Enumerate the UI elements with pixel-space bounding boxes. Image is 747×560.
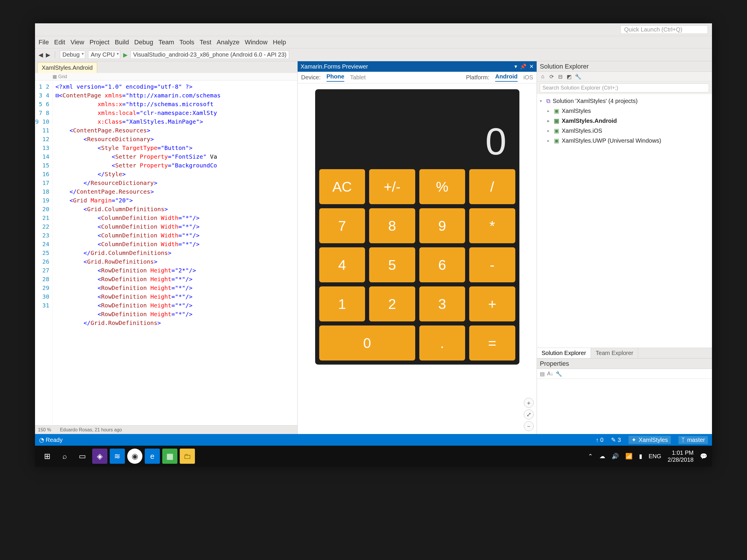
calc-button-8[interactable]: 8: [369, 208, 415, 243]
menu-view[interactable]: View: [70, 38, 84, 46]
props-wrench-icon[interactable]: 🔧: [556, 371, 562, 377]
code-area[interactable]: <?xml version="1.0" encoding="utf-8" ?>⊟…: [53, 80, 297, 425]
device-option-tablet[interactable]: Tablet: [350, 74, 366, 81]
quick-launch-input[interactable]: Quick Launch (Ctrl+Q): [620, 25, 708, 34]
refresh-icon[interactable]: ⟳: [548, 74, 555, 80]
calc-button-AC[interactable]: AC: [319, 169, 365, 204]
menu-team[interactable]: Team: [158, 38, 174, 46]
menu-project[interactable]: Project: [89, 38, 109, 46]
calc-button-op[interactable]: %: [419, 169, 465, 204]
calc-button-7[interactable]: 7: [319, 208, 365, 243]
solution-node[interactable]: ▸XamlStyles.UWP (Universal Windows): [540, 136, 709, 145]
menu-edit[interactable]: Edit: [54, 38, 65, 46]
repo-name[interactable]: ✦ XamlStyles: [628, 436, 671, 444]
menu-help[interactable]: Help: [273, 38, 286, 46]
document-tab[interactable]: XamlStyles.Android: [37, 62, 97, 73]
solution-explorer-header: Solution Explorer: [537, 61, 712, 72]
calc-button-5[interactable]: 5: [369, 247, 415, 282]
menu-build[interactable]: Build: [115, 38, 129, 46]
menu-analyze[interactable]: Analyze: [216, 38, 239, 46]
action-center-icon[interactable]: 💬: [700, 453, 707, 460]
calc-button-9[interactable]: 9: [419, 208, 465, 243]
solution-node-label: XamlStyles: [562, 106, 591, 116]
vs-code-icon[interactable]: ≋: [110, 449, 125, 464]
menu-debug[interactable]: Debug: [134, 38, 153, 46]
show-all-icon[interactable]: ◩: [566, 74, 572, 80]
home-icon[interactable]: ⌂: [540, 74, 546, 80]
tray-lang[interactable]: ENG: [649, 453, 661, 460]
tray-onedrive-icon[interactable]: ☁: [599, 453, 605, 460]
tree-expander-icon[interactable]: ▸: [547, 126, 551, 136]
platform-option-android[interactable]: Android: [495, 73, 518, 82]
calc-button-2[interactable]: 2: [369, 287, 415, 321]
calc-button-op[interactable]: /: [469, 169, 515, 204]
calc-button-opopop[interactable]: +/-: [369, 169, 415, 204]
calc-button-4[interactable]: 4: [319, 247, 365, 282]
calc-button-op[interactable]: =: [469, 325, 515, 361]
tree-expander-icon[interactable]: ▸: [547, 136, 551, 145]
calc-button-op[interactable]: +: [469, 287, 515, 321]
pending-uploads[interactable]: ↑ 0: [596, 437, 603, 443]
edge-icon[interactable]: e: [145, 449, 160, 464]
task-view-icon[interactable]: ▭: [75, 449, 90, 464]
chrome-icon[interactable]: ◉: [127, 449, 143, 464]
calc-button-op[interactable]: .: [419, 325, 465, 361]
collapse-icon[interactable]: ⊟: [557, 74, 563, 80]
previewer-pin-icon[interactable]: 📌: [520, 63, 526, 70]
tray-network-icon[interactable]: 📶: [625, 453, 633, 460]
props-alpha-icon[interactable]: A↓: [547, 371, 553, 377]
calc-button-6[interactable]: 6: [419, 247, 465, 282]
solution-node[interactable]: ▸XamlStyles.iOS: [540, 126, 709, 136]
branch-name[interactable]: ᛉ master: [678, 436, 708, 444]
start-button-icon[interactable]: ⊞: [40, 449, 55, 464]
tab-solution-explorer[interactable]: Solution Explorer: [537, 348, 591, 358]
pending-edits[interactable]: ✎ 3: [611, 436, 621, 443]
previewer-close-icon[interactable]: ✕: [529, 63, 534, 70]
tree-expander-icon[interactable]: ▾: [540, 96, 544, 106]
visual-studio-icon[interactable]: ◈: [92, 449, 107, 464]
calc-button-3[interactable]: 3: [419, 287, 465, 321]
properties-icon[interactable]: 🔧: [575, 74, 581, 80]
calc-button-op[interactable]: *: [469, 208, 515, 243]
nav-fwd-icon[interactable]: ▶: [46, 51, 50, 58]
tab-team-explorer[interactable]: Team Explorer: [591, 348, 638, 358]
zoom-out-icon[interactable]: －: [524, 421, 534, 431]
device-option-phone[interactable]: Phone: [327, 73, 344, 82]
menu-file[interactable]: File: [38, 38, 49, 46]
taskbar-clock[interactable]: 1:01 PM 2/28/2018: [668, 449, 694, 463]
calc-button-0[interactable]: 0: [319, 325, 415, 361]
solution-tree: ▾Solution 'XamlStyles' (4 projects)▸Xaml…: [537, 94, 712, 348]
menu-window[interactable]: Window: [245, 38, 267, 46]
app-icon[interactable]: ▦: [162, 449, 177, 464]
nav-back-icon[interactable]: ◀: [38, 51, 43, 58]
config-combo[interactable]: Debug: [60, 50, 85, 59]
menubar: FileEditViewProjectBuildDebugTeamToolsTe…: [35, 36, 712, 48]
tree-expander-icon[interactable]: ▸: [547, 116, 551, 126]
platform-combo[interactable]: Any CPU: [88, 50, 120, 59]
vs-status-bar: ◔ Ready ↑ 0 ✎ 3 ✦ XamlStyles ᛉ master: [35, 434, 712, 446]
tray-battery-icon[interactable]: ▮: [639, 453, 642, 460]
zoom-in-icon[interactable]: ＋: [524, 398, 534, 408]
zoom-fit-icon[interactable]: ⤢: [524, 409, 534, 420]
previewer-dropdown-icon[interactable]: ▾: [514, 63, 517, 70]
menu-tools[interactable]: Tools: [179, 38, 194, 46]
editor-zoom[interactable]: 150 %: [38, 427, 51, 432]
debug-target[interactable]: VisualStudio_android-23_x86_phone (Andro…: [130, 50, 289, 59]
run-button-icon[interactable]: ▶: [123, 51, 128, 58]
props-categorized-icon[interactable]: ▤: [540, 371, 545, 377]
solution-node[interactable]: ▸XamlStyles.Android: [540, 116, 709, 126]
search-icon[interactable]: ⌕: [57, 449, 72, 464]
tray-chevron-icon[interactable]: ⌃: [588, 453, 593, 460]
solution-node[interactable]: ▸XamlStyles: [540, 106, 709, 116]
tree-expander-icon[interactable]: ▸: [547, 106, 551, 116]
calc-button-1[interactable]: 1: [319, 287, 365, 321]
tray-volume-icon[interactable]: 🔊: [612, 453, 619, 460]
platform-option-ios[interactable]: iOS: [523, 74, 533, 81]
previewer-title: Xamarin.Forms Previewer: [301, 63, 368, 70]
calc-button-op[interactable]: -: [469, 247, 515, 282]
solution-search-input[interactable]: Search Solution Explorer (Ctrl+;): [540, 83, 709, 92]
menu-test[interactable]: Test: [200, 38, 211, 46]
file-explorer-icon[interactable]: 🗀: [180, 449, 195, 464]
breadcrumb-element[interactable]: ▦ Grid: [53, 74, 67, 79]
solution-node[interactable]: ▾Solution 'XamlStyles' (4 projects): [540, 96, 709, 106]
